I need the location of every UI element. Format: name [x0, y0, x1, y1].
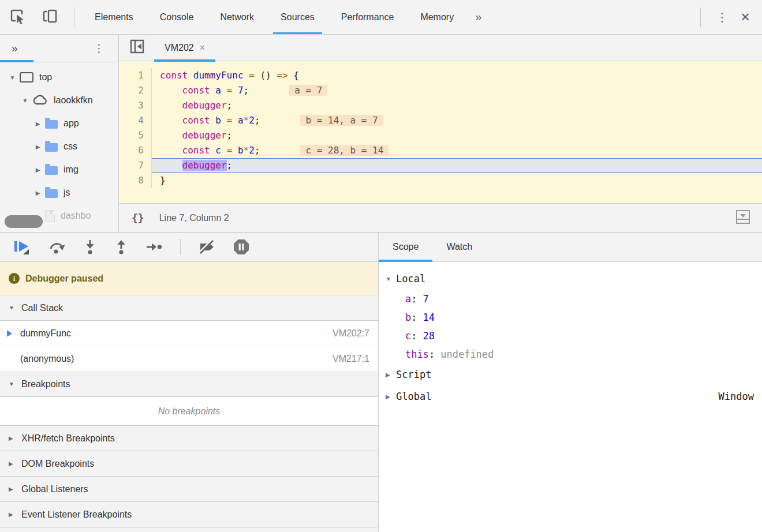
tab-memory[interactable]: Memory — [407, 0, 467, 34]
hide-navigator-icon[interactable] — [129, 39, 145, 57]
property-colon: : — [411, 293, 417, 305]
expander-icon[interactable]: ▼ — [8, 74, 17, 81]
pause-on-exceptions-button[interactable] — [233, 238, 250, 256]
step-button[interactable] — [145, 241, 163, 253]
code-line-1[interactable]: 1const dummyFunc = () => { — [119, 68, 762, 83]
expander-icon[interactable]: ▶ — [33, 167, 42, 173]
expander-icon[interactable]: ▼ — [21, 98, 29, 104]
tab-scope[interactable]: Scope — [379, 233, 432, 261]
section-empty-message: No breakpoints — [0, 397, 378, 426]
expander-icon[interactable]: ▶ — [33, 190, 42, 196]
sources-main: » ⋮ ▼top▼laookkfkn▶app▶css▶img▶jsdashbo … — [0, 35, 762, 233]
call-stack-frame[interactable]: dummyFuncVM202:7 — [0, 321, 378, 346]
chevron-down-icon: ▼ — [9, 381, 18, 387]
section-header-global-listeners[interactable]: ▶Global Listeners — [0, 477, 378, 502]
tree-item-laookkfkn[interactable]: ▼laookkfkn — [0, 89, 118, 112]
tree-item-css[interactable]: ▶css — [0, 135, 118, 158]
tab-console[interactable]: Console — [147, 0, 207, 34]
line-content: debugger; — [152, 128, 762, 143]
inspect-element-icon[interactable] — [9, 8, 25, 27]
tab-performance[interactable]: Performance — [328, 0, 408, 34]
toolbar-divider — [180, 239, 181, 255]
scope-property-c[interactable]: c:28 — [379, 327, 762, 345]
device-toolbar-icon[interactable] — [42, 8, 59, 27]
customize-menu-icon[interactable]: ⋮ — [712, 10, 732, 24]
horizontal-scrollbar-thumb[interactable] — [5, 215, 43, 228]
line-number[interactable]: 1 — [119, 68, 152, 83]
call-stack-header[interactable]: ▼ Call Stack — [0, 295, 378, 321]
debugger-area: i Debugger paused ▼ Call Stack dummyFunc… — [0, 233, 762, 532]
code-line-2[interactable]: 2 const a = 7;a = 7 — [119, 83, 762, 98]
folder-icon — [45, 120, 58, 129]
code-token: debugger — [182, 100, 227, 111]
line-number[interactable]: 6 — [119, 143, 152, 158]
step-into-button[interactable] — [83, 239, 97, 255]
scope-property-a[interactable]: a:7 — [379, 290, 762, 308]
line-number[interactable]: 8 — [119, 173, 152, 188]
step-out-button[interactable] — [114, 239, 128, 255]
line-number[interactable]: 4 — [119, 113, 152, 128]
step-over-button[interactable] — [48, 239, 66, 255]
code-token: 2 — [249, 145, 255, 156]
code-line-8[interactable]: 8} — [119, 173, 762, 188]
more-panels-button[interactable]: » — [467, 0, 490, 34]
code-token: ; — [255, 115, 260, 126]
scope-group-global[interactable]: ▶GlobalWindow — [379, 385, 762, 407]
inline-eval-value: b = 14, a = 7 — [300, 115, 383, 126]
tab-network[interactable]: Network — [207, 0, 267, 34]
deactivate-breakpoints-button[interactable] — [198, 239, 215, 255]
scope-group-local[interactable]: ▼Local — [379, 268, 762, 290]
tab-sources[interactable]: Sources — [267, 0, 328, 34]
call-stack-frame[interactable]: (anonymous)VM217:1 — [0, 346, 378, 372]
tree-item-app[interactable]: ▶app — [0, 112, 118, 135]
code-token: = — [227, 115, 233, 126]
tree-item-img[interactable]: ▶img — [0, 158, 118, 181]
property-name: b — [405, 312, 411, 323]
tree-item-js[interactable]: ▶js — [0, 181, 118, 204]
scope-property-b[interactable]: b:14 — [379, 308, 762, 327]
close-tab-icon[interactable]: × — [200, 43, 205, 53]
expand-drawer-icon[interactable] — [735, 209, 750, 227]
code-line-7[interactable]: 7 debugger; — [119, 158, 762, 173]
scope-group-script[interactable]: ▶Script — [379, 364, 762, 385]
debugger-left-pane: i Debugger paused ▼ Call Stack dummyFunc… — [0, 233, 379, 532]
more-navigator-tabs-button[interactable]: » — [12, 42, 18, 55]
close-devtools-icon[interactable]: ✕ — [732, 10, 759, 24]
chevron-down-icon[interactable]: ▼ — [386, 276, 396, 282]
navigator-header: » ⋮ — [0, 35, 118, 62]
expander-icon[interactable]: ▶ — [33, 144, 42, 150]
code-editor[interactable]: 1const dummyFunc = () => {2 const a = 7;… — [119, 61, 762, 203]
tree-item-label: app — [64, 118, 79, 129]
chevron-right-icon[interactable]: ▶ — [386, 372, 396, 378]
code-token: c — [215, 145, 221, 156]
tree-item-label: css — [64, 141, 77, 152]
chevron-right-icon[interactable]: ▶ — [386, 394, 396, 400]
tab-elements[interactable]: Elements — [81, 0, 147, 34]
tree-item-top[interactable]: ▼top — [0, 66, 118, 89]
line-number[interactable]: 5 — [119, 128, 152, 143]
expander-icon[interactable]: ▶ — [33, 121, 42, 127]
pretty-print-icon[interactable]: {} — [132, 212, 144, 224]
navigator-menu-icon[interactable]: ⋮ — [94, 42, 104, 55]
cursor-position: Line 7, Column 2 — [159, 213, 229, 223]
editor-tab-vm202[interactable]: VM202 × — [154, 35, 215, 61]
call-stack-title: Call Stack — [21, 303, 63, 313]
scope-property-this[interactable]: this:undefined — [379, 345, 762, 364]
code-token: = — [227, 85, 233, 96]
resume-button[interactable] — [13, 238, 31, 256]
section-header-xhr-fetch-breakpoints[interactable]: ▶XHR/fetch Breakpoints — [0, 426, 378, 451]
tab-watch[interactable]: Watch — [432, 233, 486, 261]
code-line-4[interactable]: 4 const b = a*2;b = 14, a = 7 — [119, 113, 762, 128]
line-number[interactable]: 2 — [119, 83, 152, 98]
line-number[interactable]: 3 — [119, 98, 152, 113]
code-line-3[interactable]: 3 debugger; — [119, 98, 762, 113]
section-header-dom-breakpoints[interactable]: ▶DOM Breakpoints — [0, 451, 378, 477]
section-header-breakpoints[interactable]: ▼Breakpoints — [0, 372, 378, 397]
scope-pane: Scope Watch ▼Locala:7b:14c:28this:undefi… — [379, 233, 762, 532]
code-token: const — [182, 115, 210, 126]
code-token: ; — [227, 130, 233, 141]
code-line-6[interactable]: 6 const c = b*2;c = 28, b = 14 — [119, 143, 762, 158]
line-number[interactable]: 7 — [119, 158, 152, 173]
section-header-event-listener-breakpoints[interactable]: ▶Event Listener Breakpoints — [0, 502, 378, 527]
code-line-5[interactable]: 5 debugger; — [119, 128, 762, 143]
